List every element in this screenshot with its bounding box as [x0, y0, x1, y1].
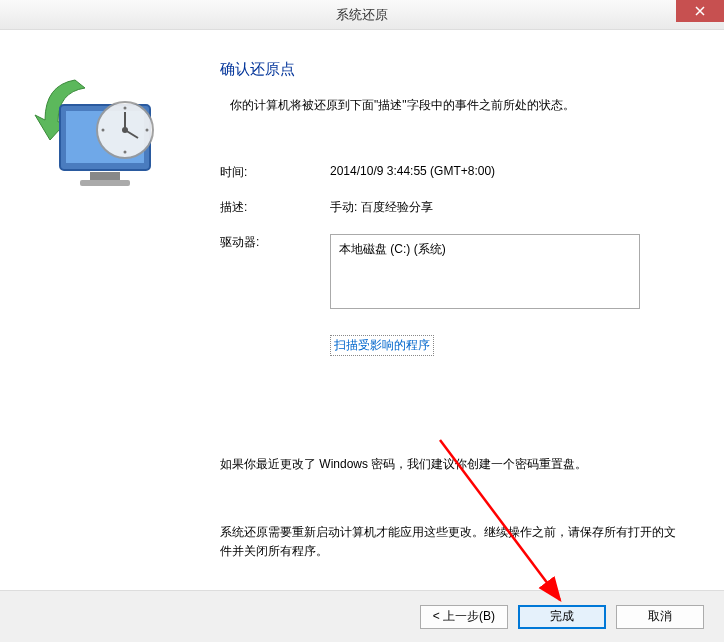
svg-point-10 — [102, 129, 105, 132]
main-panel: 确认还原点 你的计算机将被还原到下面"描述"字段中的事件之前所处的状态。 时间:… — [200, 30, 724, 590]
close-button[interactable] — [676, 0, 724, 22]
svg-point-9 — [124, 151, 127, 154]
cancel-button[interactable]: 取消 — [616, 605, 704, 629]
svg-rect-2 — [90, 172, 120, 180]
desc-value: 手动: 百度经验分享 — [330, 199, 684, 216]
drive-listbox[interactable]: 本地磁盘 (C:) (系统) — [330, 234, 640, 309]
desc-label: 描述: — [220, 199, 330, 216]
content-area: 确认还原点 你的计算机将被还原到下面"描述"字段中的事件之前所处的状态。 时间:… — [0, 30, 724, 590]
time-label: 时间: — [220, 164, 330, 181]
password-note: 如果你最近更改了 Windows 密码，我们建议你创建一个密码重置盘。 — [220, 456, 684, 473]
finish-button[interactable]: 完成 — [518, 605, 606, 629]
svg-point-11 — [146, 129, 149, 132]
titlebar: 系统还原 — [0, 0, 724, 30]
page-subtext: 你的计算机将被还原到下面"描述"字段中的事件之前所处的状态。 — [230, 97, 684, 114]
back-button[interactable]: < 上一步(B) — [420, 605, 508, 629]
system-restore-icon — [30, 70, 160, 190]
left-panel — [0, 30, 200, 590]
svg-point-8 — [124, 107, 127, 110]
page-heading: 确认还原点 — [220, 60, 684, 79]
drive-row: 驱动器: 本地磁盘 (C:) (系统) — [220, 234, 684, 309]
window-title: 系统还原 — [336, 6, 388, 24]
svg-rect-3 — [80, 180, 130, 186]
restart-note: 系统还原需要重新启动计算机才能应用这些更改。继续操作之前，请保存所有打开的文件并… — [220, 523, 684, 561]
scan-affected-link[interactable]: 扫描受影响的程序 — [330, 335, 434, 356]
close-icon — [695, 6, 705, 16]
desc-row: 描述: 手动: 百度经验分享 — [220, 199, 684, 216]
drive-item: 本地磁盘 (C:) (系统) — [339, 242, 446, 256]
time-value: 2014/10/9 3:44:55 (GMT+8:00) — [330, 164, 684, 181]
drive-label: 驱动器: — [220, 234, 330, 309]
button-bar: < 上一步(B) 完成 取消 — [0, 590, 724, 642]
time-row: 时间: 2014/10/9 3:44:55 (GMT+8:00) — [220, 164, 684, 181]
